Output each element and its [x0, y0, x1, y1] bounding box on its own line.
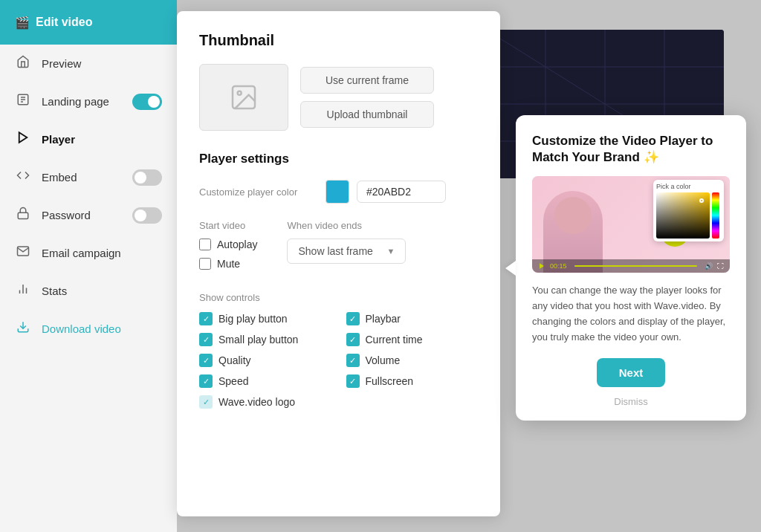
autoplay-checkbox[interactable] [199, 239, 211, 250]
speed-label: Speed [218, 375, 248, 387]
sidebar-item-label: Download video [42, 322, 121, 335]
current-time-control[interactable]: ✓ Current time [346, 333, 479, 346]
playbar-check: ✓ [346, 312, 360, 325]
controls-grid: ✓ Big play button ✓ Small play button ✓ … [199, 312, 478, 409]
player-settings-title: Player settings [199, 152, 478, 166]
sidebar-item-password[interactable]: Password [0, 196, 177, 234]
volume-control[interactable]: ✓ Volume [346, 354, 479, 367]
current-time-check: ✓ [346, 333, 360, 346]
mute-option[interactable]: Mute [199, 258, 257, 270]
sidebar-title: Edit video [36, 16, 92, 29]
sidebar-item-label: Stats [42, 285, 67, 297]
svg-point-19 [238, 91, 242, 95]
upload-thumbnail-button[interactable]: Upload thumbnail [300, 101, 434, 128]
small-play-button-label: Small play button [218, 334, 298, 346]
speed-control[interactable]: ✓ Speed [199, 374, 331, 388]
sidebar-item-download-video[interactable]: Download video [0, 310, 177, 348]
when-ends-value: Show last frame [298, 245, 372, 257]
embed-toggle[interactable] [132, 169, 162, 186]
autoplay-label: Autoplay [217, 239, 257, 250]
quality-label: Quality [218, 354, 251, 366]
sidebar: 🎬 Edit video Preview Landing page Player… [0, 0, 177, 532]
home-icon [15, 55, 31, 72]
sidebar-header[interactable]: 🎬 Edit video [0, 0, 177, 45]
sidebar-item-label: Player [42, 133, 75, 146]
sidebar-item-label: Landing page [42, 95, 109, 108]
landing-page-toggle[interactable] [132, 94, 162, 110]
thumbnail-preview [199, 64, 288, 131]
edit-icon: 🎬 [15, 16, 30, 30]
wavevideo-logo-label: Wave.video logo [218, 396, 295, 408]
mute-checkbox[interactable] [199, 258, 211, 270]
small-play-button-check: ✓ [199, 333, 213, 346]
playbar-control[interactable]: ✓ Playbar [346, 312, 479, 325]
lock-icon [15, 207, 31, 224]
popup-next-button[interactable]: Next [597, 358, 666, 387]
color-picker-label: Pick a color [656, 183, 721, 190]
controls-col-2: ✓ Playbar ✓ Current time ✓ Volume ✓ Full… [346, 312, 479, 409]
password-toggle[interactable] [132, 207, 162, 224]
settings-panel: Thumbnail Use current frame Upload thumb… [177, 11, 500, 516]
quality-control[interactable]: ✓ Quality [199, 354, 331, 367]
big-play-button-label: Big play button [218, 313, 288, 325]
sidebar-item-embed[interactable]: Embed [0, 158, 177, 196]
autoplay-option[interactable]: Autoplay [199, 239, 257, 250]
sidebar-item-label: Email campaign [42, 247, 121, 259]
download-icon [15, 320, 31, 337]
volume-check: ✓ [346, 354, 360, 367]
sidebar-item-player[interactable]: Player [0, 120, 177, 158]
popup-body: You can change the way the player looks … [532, 283, 730, 345]
embed-icon [15, 169, 31, 186]
player-icon [15, 131, 31, 148]
color-label: Customize player color [199, 186, 318, 198]
popup-bar-time: 00:15 [550, 262, 567, 270]
sidebar-item-label: Preview [42, 57, 81, 70]
color-row: Customize player color [199, 180, 478, 204]
quality-check: ✓ [199, 354, 213, 367]
panel-title: Thumbnail [199, 32, 478, 49]
sidebar-item-label: Embed [42, 171, 77, 184]
popup-video-bar: 00:15 🔊 ⛶ [532, 259, 730, 273]
video-options-row: Start video Autoplay Mute When video end… [199, 220, 478, 277]
speed-check: ✓ [199, 374, 213, 388]
fullscreen-label: Fullscreen [366, 375, 414, 387]
fullscreen-check: ✓ [346, 374, 360, 388]
popup-arrow [505, 261, 516, 276]
color-swatch[interactable] [326, 180, 349, 204]
when-ends-dropdown[interactable]: Show last frame ▼ [287, 239, 406, 264]
big-play-button-check: ✓ [199, 312, 213, 325]
popup-image: Pick a color 00:15 🔊 ⛶ [532, 176, 730, 273]
volume-label: Volume [366, 354, 401, 366]
svg-marker-4 [19, 132, 27, 143]
fullscreen-control[interactable]: ✓ Fullscreen [346, 374, 479, 388]
use-current-frame-button[interactable]: Use current frame [300, 67, 434, 94]
when-ends-label: When video ends [287, 220, 406, 231]
thumbnail-buttons: Use current frame Upload thumbnail [300, 67, 434, 128]
wavevideo-logo-check: ✓ [199, 395, 213, 409]
playbar-label: Playbar [366, 313, 401, 325]
email-icon [15, 244, 31, 262]
big-play-button-control[interactable]: ✓ Big play button [199, 312, 331, 325]
wavevideo-logo-control[interactable]: ✓ Wave.video logo [199, 395, 331, 409]
controls-col-1: ✓ Big play button ✓ Small play button ✓ … [199, 312, 331, 409]
popup-dismiss[interactable]: Dismiss [532, 396, 730, 407]
svg-rect-5 [18, 213, 28, 218]
sidebar-item-preview[interactable]: Preview [0, 45, 177, 82]
thumbnail-section: Use current frame Upload thumbnail [199, 64, 478, 131]
when-ends-group: When video ends Show last frame ▼ [287, 220, 406, 277]
customize-popup: Customize the Video Player to Match Your… [516, 115, 746, 421]
sidebar-item-stats[interactable]: Stats [0, 272, 177, 310]
show-controls-label: Show controls [199, 292, 478, 303]
sidebar-item-email-campaign[interactable]: Email campaign [0, 234, 177, 272]
svg-marker-21 [540, 263, 544, 269]
mute-label: Mute [217, 258, 240, 270]
start-video-label: Start video [199, 220, 257, 231]
small-play-button-control[interactable]: ✓ Small play button [199, 333, 331, 346]
sidebar-item-landing-page[interactable]: Landing page [0, 82, 177, 120]
stats-icon [15, 282, 31, 299]
start-video-group: Start video Autoplay Mute [199, 220, 257, 277]
current-time-label: Current time [366, 334, 423, 346]
landing-page-icon [15, 93, 31, 110]
sidebar-item-label: Password [42, 209, 91, 221]
color-hex-input[interactable] [357, 181, 446, 203]
